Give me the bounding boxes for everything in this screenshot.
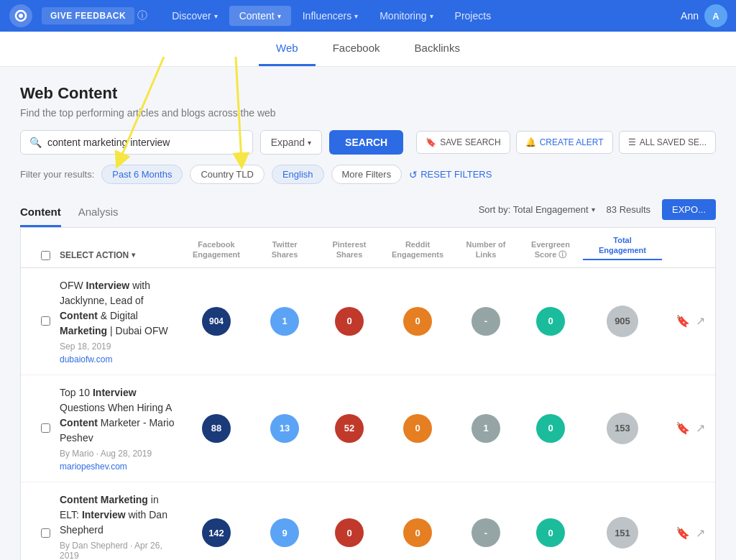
facebook-score: 904	[180, 307, 252, 336]
nav-item-projects[interactable]: Projects	[445, 6, 502, 26]
bell-icon: 🔔	[525, 137, 536, 147]
article-info: Top 10 Interview Questions When Hiring A…	[60, 385, 180, 472]
expand-button[interactable]: Expand ▾	[260, 130, 322, 155]
chevron-icon: ▾	[354, 12, 358, 20]
info-icon[interactable]: ⓘ	[137, 9, 147, 22]
export-button[interactable]: EXPO...	[662, 199, 716, 220]
search-row: 🔍 Expand ▾ SEARCH 🔖 SAVE SEARCH 🔔 CREATE…	[20, 130, 716, 155]
avatar[interactable]: A	[704, 4, 727, 27]
filters-row: Filter your results: Past 6 Months Count…	[20, 165, 716, 184]
pinterest-score: 0	[317, 518, 382, 547]
content-tabs-row: Content Analysis Sort by: Total Engageme…	[20, 198, 716, 228]
save-search-button[interactable]: 🔖 SAVE SEARCH	[416, 131, 510, 154]
bookmark-button[interactable]: 🔖	[676, 314, 690, 328]
list-icon: ☰	[628, 137, 636, 147]
total-score: 905	[583, 306, 662, 337]
article-info: OFW Interview with Jacklynne, Lead of Co…	[60, 278, 180, 364]
article-link[interactable]: mariopeshev.com	[60, 462, 127, 472]
page-title: Web Content	[20, 84, 716, 103]
col-reddit: RedditEngagements	[382, 239, 454, 260]
reset-icon: ↺	[409, 169, 418, 180]
logo[interactable]	[9, 4, 33, 28]
reddit-score: 0	[382, 518, 454, 547]
results-table: SELECT ACTION ▾ FacebookEngagement Twitt…	[20, 228, 716, 560]
row-check[interactable]	[31, 316, 60, 326]
links-score: -	[454, 518, 518, 547]
evergreen-score: 0	[518, 414, 583, 443]
nav-item-influencers[interactable]: Influencers ▾	[293, 6, 368, 26]
article-title: Top 10 Interview Questions When Hiring A…	[60, 385, 180, 446]
table-row: OFW Interview with Jacklynne, Lead of Co…	[21, 268, 715, 375]
tab-backlinks[interactable]: Backlinks	[397, 32, 477, 66]
select-all-check[interactable]	[31, 251, 60, 260]
nav-item-monitoring[interactable]: Monitoring ▾	[369, 6, 443, 26]
col-links: Number ofLinks	[454, 239, 518, 260]
total-score: 151	[583, 517, 662, 548]
pinterest-score: 0	[317, 307, 382, 336]
tab-content[interactable]: Content	[20, 198, 61, 227]
share-button[interactable]: ↗	[696, 421, 705, 435]
svg-point-2	[19, 14, 23, 18]
nav-item-content[interactable]: Content ▾	[229, 6, 291, 26]
article-link[interactable]: dubaiofw.com	[60, 354, 112, 364]
tab-facebook[interactable]: Facebook	[316, 32, 397, 66]
reset-filters-button[interactable]: ↺ RESET FILTERS	[409, 169, 492, 180]
chevron-icon: ▾	[430, 12, 433, 20]
facebook-score: 88	[180, 414, 252, 443]
sort-by[interactable]: Sort by: Total Engagement ▾	[479, 204, 595, 215]
feedback-button[interactable]: GIVE FEEDBACK	[42, 7, 134, 24]
all-saved-button[interactable]: ☰ ALL SAVED SE...	[619, 131, 716, 154]
facebook-score: 142	[180, 518, 252, 547]
row-check[interactable]	[31, 423, 60, 433]
select-action-header[interactable]: SELECT ACTION ▾	[60, 250, 180, 260]
filter-country-tld[interactable]: Country TLD	[190, 165, 264, 184]
col-total: TotalEngagement	[583, 235, 662, 260]
nav-item-discover[interactable]: Discover ▾	[162, 6, 227, 26]
col-evergreen: EvergreenScore ⓘ	[518, 239, 583, 260]
twitter-score: 9	[252, 518, 317, 547]
article-meta: By Dan Shepherd · Apr 26, 2019	[60, 541, 180, 560]
sub-nav: Web Facebook Backlinks	[0, 32, 736, 67]
links-score: 1	[454, 414, 518, 443]
top-nav: GIVE FEEDBACK ⓘ Discover ▾ Content ▾ Inf…	[0, 0, 736, 32]
user-name: Ann	[681, 10, 699, 22]
filter-past-months[interactable]: Past 6 Months	[101, 165, 183, 184]
twitter-score: 13	[252, 414, 317, 443]
action-buttons: 🔖 SAVE SEARCH 🔔 CREATE ALERT ☰ ALL SAVED…	[416, 131, 716, 154]
article-info: Content Marketing in ELT: Interview with…	[60, 492, 180, 560]
main-content: Web Content Find the top performing arti…	[0, 67, 736, 560]
chevron-down-icon: ▾	[308, 139, 311, 147]
create-alert-button[interactable]: 🔔 CREATE ALERT	[516, 131, 613, 154]
bookmark-button[interactable]: 🔖	[676, 421, 690, 435]
row-actions: 🔖 ↗	[662, 526, 705, 540]
content-tabs: Content Analysis	[20, 198, 119, 227]
table-row: Content Marketing in ELT: Interview with…	[21, 482, 715, 560]
search-input-wrap[interactable]: 🔍	[20, 130, 253, 155]
filter-more[interactable]: More Filters	[331, 165, 402, 184]
chevron-icon: ▾	[132, 251, 135, 259]
bookmark-button[interactable]: 🔖	[676, 526, 690, 540]
bookmark-icon: 🔖	[426, 137, 436, 147]
search-input[interactable]	[47, 137, 244, 148]
chevron-icon: ▾	[214, 12, 218, 20]
chevron-icon: ▾	[592, 206, 595, 214]
evergreen-score: 0	[518, 307, 583, 336]
twitter-score: 1	[252, 307, 317, 336]
article-meta: Sep 18, 2019	[60, 341, 180, 352]
share-button[interactable]: ↗	[696, 526, 705, 540]
nav-items: Discover ▾ Content ▾ Influencers ▾ Monit…	[162, 6, 678, 26]
pinterest-score: 52	[317, 414, 382, 443]
filter-english[interactable]: English	[272, 165, 324, 184]
tab-web[interactable]: Web	[259, 32, 316, 66]
table-row: Top 10 Interview Questions When Hiring A…	[21, 375, 715, 482]
results-header: Sort by: Total Engagement ▾ 83 Results E…	[479, 199, 716, 227]
search-button[interactable]: SEARCH	[329, 130, 403, 155]
row-actions: 🔖 ↗	[662, 421, 705, 435]
reddit-score: 0	[382, 414, 454, 443]
results-count: 83 Results	[607, 204, 650, 215]
row-check[interactable]	[31, 528, 60, 538]
filter-label: Filter your results:	[20, 169, 94, 180]
tab-analysis[interactable]: Analysis	[78, 198, 119, 227]
user-area: Ann A	[681, 4, 727, 27]
share-button[interactable]: ↗	[696, 314, 705, 328]
